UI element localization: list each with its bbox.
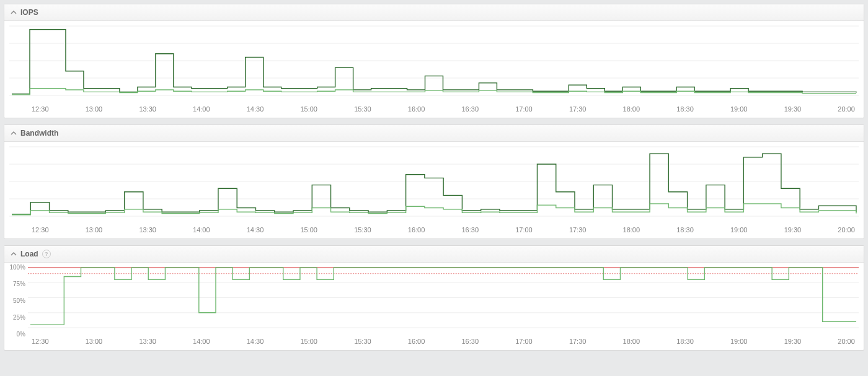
x-tick: 14:00	[193, 105, 210, 113]
x-tick: 14:00	[193, 226, 210, 234]
x-tick: 16:00	[408, 226, 425, 234]
panel-iops-title: IOPS	[20, 8, 38, 17]
x-tick: 17:30	[569, 226, 587, 234]
x-tick: 20:00	[838, 105, 855, 113]
x-tick: 20:00	[838, 338, 855, 345]
y-tick: 50%	[13, 297, 25, 304]
collapse-icon[interactable]	[11, 9, 17, 15]
x-tick: 13:30	[139, 226, 156, 234]
y-tick: 100%	[9, 264, 25, 271]
x-tick: 15:00	[300, 226, 317, 234]
x-tick: 13:00	[86, 226, 103, 234]
chart-iops-xaxis: 12:3013:0013:3014:0014:3015:0015:3016:00…	[9, 104, 859, 116]
chart-load-xaxis: 12:3013:0013:3014:0014:3015:0015:3016:00…	[9, 336, 859, 349]
x-tick: 14:30	[247, 338, 264, 345]
panel-iops-header[interactable]: IOPS	[4, 4, 864, 21]
panel-load-title: Load	[20, 250, 38, 258]
chart-bandwidth-plot	[9, 144, 859, 225]
y-tick: 0%	[17, 331, 25, 338]
panel-bandwidth: Bandwidth 12:3013:0013:3014:0014:3015:00…	[4, 125, 864, 239]
x-tick: 16:30	[462, 105, 479, 113]
x-tick: 14:30	[247, 226, 264, 234]
x-tick: 19:30	[784, 338, 802, 345]
x-tick: 13:00	[86, 105, 103, 113]
x-tick: 15:30	[354, 105, 371, 113]
collapse-icon[interactable]	[11, 251, 17, 257]
panel-iops: IOPS 12:3013:0013:3014:0014:3015:0015:30…	[4, 4, 864, 118]
x-tick: 17:00	[515, 105, 533, 113]
x-tick: 18:30	[676, 226, 694, 234]
chart-load-plot	[28, 265, 859, 336]
panel-load: Load ? 100%75%50%25%0% 12:3013:0013:3014…	[4, 245, 864, 351]
help-icon[interactable]: ?	[42, 250, 51, 258]
x-tick: 18:00	[623, 105, 640, 113]
x-tick: 14:00	[193, 338, 210, 345]
chart-bandwidth: 12:3013:0013:3014:0014:3015:0015:3016:00…	[4, 142, 864, 238]
x-tick: 15:00	[300, 338, 317, 345]
chart-load: 100%75%50%25%0% 12:3013:0013:3014:0014:3…	[4, 263, 864, 350]
x-tick: 14:30	[247, 105, 264, 113]
x-tick: 13:30	[139, 338, 156, 345]
x-tick: 12:30	[32, 105, 49, 113]
x-tick: 19:30	[784, 226, 802, 234]
x-tick: 18:00	[623, 226, 640, 234]
y-tick: 25%	[13, 314, 25, 321]
chart-iops-plot	[9, 24, 859, 104]
panel-load-header[interactable]: Load ?	[4, 246, 864, 263]
x-tick: 19:00	[730, 105, 748, 113]
x-tick: 17:30	[569, 338, 587, 345]
x-tick: 18:00	[623, 338, 640, 345]
x-tick: 12:30	[32, 338, 49, 345]
x-tick: 18:30	[676, 338, 694, 345]
x-tick: 12:30	[32, 226, 49, 234]
series-series-a	[12, 30, 856, 94]
x-tick: 16:30	[462, 338, 479, 345]
x-tick: 17:30	[569, 105, 587, 113]
series-load	[30, 268, 856, 325]
x-tick: 17:00	[515, 338, 533, 345]
x-tick: 20:00	[838, 226, 855, 234]
x-tick: 15:30	[354, 226, 371, 234]
series-series-a	[12, 154, 856, 214]
chart-load-yaxis: 100%75%50%25%0%	[4, 263, 28, 339]
x-tick: 13:30	[139, 105, 156, 113]
x-tick: 13:00	[86, 338, 103, 345]
chart-bandwidth-xaxis: 12:3013:0013:3014:0014:3015:0015:3016:00…	[9, 225, 859, 237]
x-tick: 18:30	[676, 105, 694, 113]
y-tick: 75%	[13, 281, 25, 287]
x-tick: 19:30	[784, 105, 802, 113]
x-tick: 16:00	[408, 338, 425, 345]
panel-bandwidth-title: Bandwidth	[20, 129, 58, 138]
x-tick: 19:00	[730, 338, 748, 345]
panel-bandwidth-header[interactable]: Bandwidth	[4, 125, 864, 142]
x-tick: 15:30	[354, 338, 371, 345]
x-tick: 17:00	[515, 226, 533, 234]
x-tick: 16:30	[462, 226, 479, 234]
chart-iops: 12:3013:0013:3014:0014:3015:0015:3016:00…	[4, 21, 864, 118]
x-tick: 16:00	[408, 105, 425, 113]
collapse-icon[interactable]	[11, 130, 17, 136]
x-tick: 19:00	[730, 226, 748, 234]
x-tick: 15:00	[300, 105, 317, 113]
dashboard: IOPS 12:3013:0013:3014:0014:3015:0015:30…	[0, 0, 868, 361]
